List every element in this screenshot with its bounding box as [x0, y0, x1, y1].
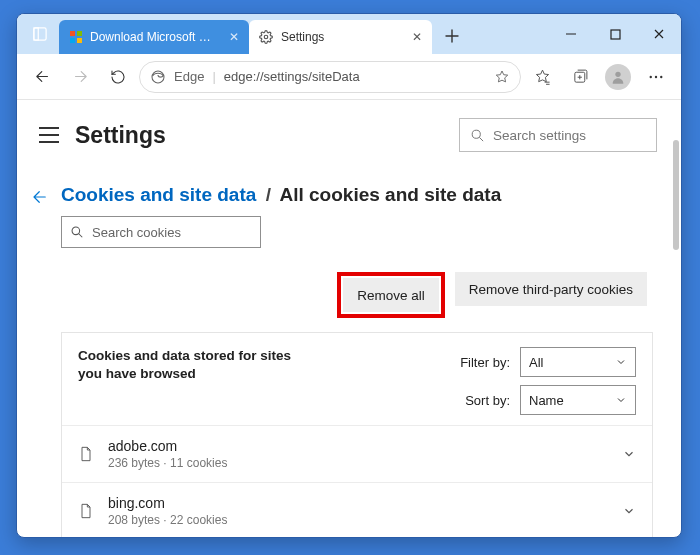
minimize-button[interactable]: [549, 14, 593, 54]
search-settings-input[interactable]: Search settings: [459, 118, 657, 152]
tab-settings[interactable]: Settings ✕: [249, 20, 432, 54]
window-controls: [549, 14, 681, 54]
search-cookies-input[interactable]: Search cookies: [61, 216, 261, 248]
sort-row: Sort by: Name: [460, 385, 636, 415]
close-tab-icon[interactable]: ✕: [229, 30, 239, 44]
favorite-button[interactable]: [494, 69, 510, 85]
site-domain: bing.com: [108, 495, 227, 511]
sort-select[interactable]: Name: [520, 385, 636, 415]
document-icon: [78, 501, 94, 521]
collections-icon: [572, 68, 589, 85]
minimize-icon: [565, 28, 577, 40]
search-settings-placeholder: Search settings: [493, 128, 586, 143]
address-bar[interactable]: Edge | edge://settings/siteData: [139, 61, 521, 93]
filter-select[interactable]: All: [520, 347, 636, 377]
chevron-down-icon: [615, 356, 627, 368]
settings-menu-button[interactable]: [39, 127, 59, 143]
more-menu-button[interactable]: [639, 60, 673, 94]
svg-point-17: [472, 130, 480, 138]
address-prefix: Edge: [174, 69, 204, 84]
star-list-icon: [534, 68, 551, 85]
tabs-square-icon: [33, 27, 47, 41]
plus-icon: [445, 29, 459, 43]
expand-row-button[interactable]: [622, 504, 636, 518]
close-icon: [653, 28, 665, 40]
remove-all-button[interactable]: Remove all: [343, 278, 439, 312]
filter-row: Filter by: All: [460, 347, 636, 377]
back-button[interactable]: [25, 60, 59, 94]
close-tab-icon[interactable]: ✕: [412, 30, 422, 44]
breadcrumb-link[interactable]: Cookies and site data: [61, 184, 256, 205]
address-separator: |: [212, 69, 215, 84]
arrow-left-icon: [34, 68, 51, 85]
edge-logo-icon: [150, 69, 166, 85]
site-info: adobe.com 236 bytes · 11 cookies: [108, 438, 227, 470]
document-icon: [78, 444, 94, 464]
chevron-down-icon: [615, 394, 627, 406]
site-meta: 208 bytes · 22 cookies: [108, 513, 227, 527]
breadcrumb-back-button[interactable]: [31, 188, 49, 206]
collections-button[interactable]: [563, 60, 597, 94]
breadcrumb-current: All cookies and site data: [279, 184, 501, 205]
tab-actions-button[interactable]: [25, 19, 55, 49]
favorites-button[interactable]: [525, 60, 559, 94]
new-tab-button[interactable]: [436, 20, 468, 52]
search-icon: [470, 128, 485, 143]
page-title: Settings: [75, 122, 166, 149]
annotation-highlight: Remove all: [337, 272, 445, 318]
settings-header: Settings Search settings: [17, 100, 681, 164]
svg-rect-0: [34, 28, 46, 40]
cookies-panel: Cookies and data stored for sites you ha…: [61, 332, 653, 537]
site-row[interactable]: adobe.com 236 bytes · 11 cookies: [62, 425, 652, 482]
ms-logo-icon: [69, 30, 82, 44]
refresh-button[interactable]: [101, 60, 135, 94]
address-url: edge://settings/siteData: [224, 69, 360, 84]
toolbar: Edge | edge://settings/siteData: [17, 54, 681, 100]
svg-line-18: [479, 137, 483, 141]
svg-rect-1: [34, 28, 38, 40]
settings-content: Cookies and site data / All cookies and …: [17, 164, 681, 537]
ellipsis-icon: [647, 68, 665, 86]
breadcrumb: Cookies and site data / All cookies and …: [61, 184, 653, 206]
maximize-button[interactable]: [593, 14, 637, 54]
svg-line-20: [79, 234, 83, 238]
arrow-right-icon: [72, 68, 89, 85]
tab-strip: Download Microsoft Edge ✕ Settings ✕: [17, 14, 549, 54]
forward-button[interactable]: [63, 60, 97, 94]
star-icon: [494, 69, 510, 85]
svg-point-19: [72, 227, 80, 235]
remove-third-party-button[interactable]: Remove third-party cookies: [455, 272, 647, 306]
site-domain: adobe.com: [108, 438, 227, 454]
expand-row-button[interactable]: [622, 447, 636, 461]
maximize-icon: [610, 29, 621, 40]
svg-point-15: [655, 75, 657, 77]
chevron-down-icon: [622, 504, 636, 518]
panel-header: Cookies and data stored for sites you ha…: [62, 333, 652, 425]
panel-description: Cookies and data stored for sites you ha…: [78, 347, 308, 415]
svg-rect-4: [70, 38, 75, 43]
arrow-left-icon: [31, 188, 49, 206]
svg-rect-3: [77, 31, 82, 36]
search-cookies-placeholder: Search cookies: [92, 225, 181, 240]
svg-point-13: [615, 71, 620, 76]
svg-point-14: [650, 75, 652, 77]
filter-value: All: [529, 355, 543, 370]
person-icon: [610, 69, 626, 85]
sort-label: Sort by:: [465, 393, 510, 408]
page-body: Settings Search settings Cookies and sit…: [17, 100, 681, 537]
panel-filters: Filter by: All Sort by: Name: [460, 347, 636, 415]
tab-download-edge[interactable]: Download Microsoft Edge ✕: [59, 20, 249, 54]
svg-point-16: [660, 75, 662, 77]
search-icon: [70, 225, 84, 239]
svg-rect-5: [77, 38, 82, 43]
svg-point-6: [264, 35, 268, 39]
site-row[interactable]: bing.com 208 bytes · 22 cookies: [62, 482, 652, 537]
close-window-button[interactable]: [637, 14, 681, 54]
gear-icon: [259, 30, 273, 44]
edge-window: Download Microsoft Edge ✕ Settings ✕: [16, 13, 682, 538]
chevron-down-icon: [622, 447, 636, 461]
titlebar: Download Microsoft Edge ✕ Settings ✕: [17, 14, 681, 54]
profile-button[interactable]: [605, 64, 631, 90]
site-meta: 236 bytes · 11 cookies: [108, 456, 227, 470]
svg-rect-8: [611, 30, 620, 39]
